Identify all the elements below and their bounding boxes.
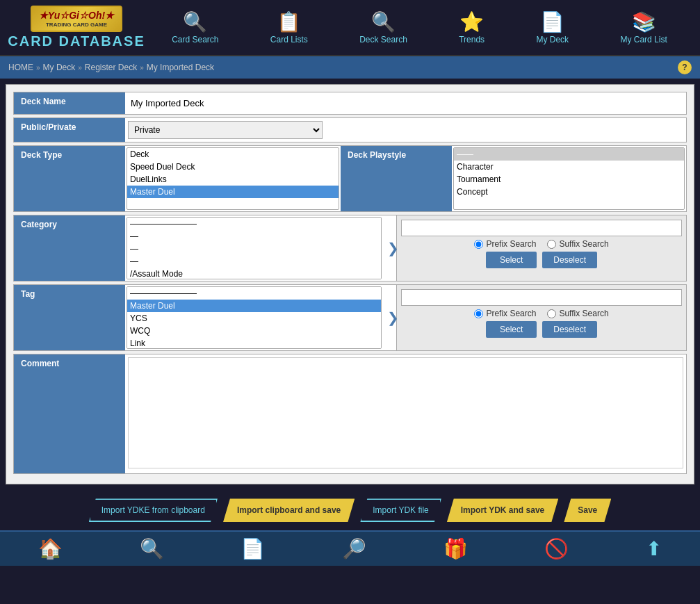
deck-playstyle-listbox[interactable]: —— Character Tournament Concept bbox=[453, 147, 685, 210]
trends-label: Trends bbox=[459, 35, 485, 44]
magnify-icon[interactable]: 🔎 bbox=[342, 537, 366, 560]
tag-btn-row: Select Deselect bbox=[401, 321, 682, 338]
tag-suffix-radio[interactable] bbox=[547, 309, 556, 318]
breadcrumb-register-deck[interactable]: Register Deck bbox=[85, 63, 137, 72]
deck-name-field bbox=[125, 92, 686, 114]
tag-suffix-label: Suffix Search bbox=[559, 309, 608, 318]
tag-search-input[interactable] bbox=[401, 289, 682, 306]
chevron-icon-2: » bbox=[78, 64, 82, 72]
nav-my-deck[interactable]: 📄 My Deck bbox=[530, 8, 574, 47]
category-search-inner: Prefix Search Suffix Search Select Desel… bbox=[401, 220, 682, 268]
category-radio-row: Prefix Search Suffix Search bbox=[401, 239, 682, 249]
category-prefix-radio[interactable] bbox=[474, 240, 483, 249]
nav-card-lists[interactable]: 📋 Card Lists bbox=[265, 8, 314, 47]
card-database-title: CARD DATABASE bbox=[7, 33, 146, 49]
deck-type-label: Deck Type bbox=[14, 146, 125, 211]
main-form: Deck Name Public/Private Private Public … bbox=[6, 84, 694, 484]
gift-icon[interactable]: 🎁 bbox=[443, 537, 468, 560]
bottom-icon-bar: 🏠 🔍 📄 🔎 🎁 🚫 ⬆ bbox=[0, 530, 700, 566]
category-search-input[interactable] bbox=[401, 220, 682, 236]
tag-listbox[interactable]: ———————— Master Duel YCS WCQ Link bbox=[127, 286, 382, 349]
nav-items: 🔍 Card Search 📋 Card Lists 🔍 Deck Search… bbox=[146, 8, 693, 47]
tag-deselect-button[interactable]: Deselect bbox=[542, 321, 597, 338]
public-private-field: Private Public bbox=[125, 118, 686, 142]
top-navigation: ★Yu☆Gi☆Oh!★ TRADING CARD GAME CARD DATAB… bbox=[0, 0, 700, 56]
tag-suffix-radio-label: Suffix Search bbox=[547, 309, 608, 318]
yugioh-logo: ★Yu☆Gi☆Oh!★ TRADING CARD GAME bbox=[31, 6, 122, 32]
deck-icon[interactable]: 📄 bbox=[241, 537, 265, 560]
deck-type-fields: Deck Speed Duel Deck DuelLinks Master Du… bbox=[125, 146, 686, 211]
my-card-list-icon: 📚 bbox=[632, 10, 656, 33]
tag-arrow-icon: ❯ bbox=[387, 309, 399, 326]
trends-icon: ⭐ bbox=[459, 10, 484, 33]
category-listbox[interactable]: ———————— — — — /Assault Mode bbox=[127, 217, 382, 279]
deck-name-row: Deck Name bbox=[13, 92, 687, 115]
import-ydk-save-button[interactable]: Import YDK and save bbox=[447, 498, 558, 522]
public-private-label: Public/Private bbox=[14, 118, 125, 142]
deck-playstyle-label: Deck Playstyle bbox=[341, 146, 452, 211]
nav-trends[interactable]: ⭐ Trends bbox=[453, 8, 490, 47]
card-search-label: Card Search bbox=[172, 35, 218, 44]
category-suffix-label: Suffix Search bbox=[559, 239, 608, 249]
tag-select-button[interactable]: Select bbox=[486, 321, 537, 338]
nav-card-search[interactable]: 🔍 Card Search bbox=[166, 8, 224, 47]
public-private-row: Public/Private Private Public bbox=[13, 117, 687, 142]
nav-deck-search[interactable]: 🔍 Deck Search bbox=[354, 8, 413, 47]
deck-type-row: Deck Type Deck Speed Duel Deck DuelLinks… bbox=[13, 145, 687, 212]
card-search-icon: 🔍 bbox=[183, 10, 207, 33]
category-prefix-label: Prefix Search bbox=[486, 239, 536, 249]
deck-playstyle-list-wrap: —— Character Tournament Concept bbox=[452, 146, 686, 211]
logo-area: ★Yu☆Gi☆Oh!★ TRADING CARD GAME CARD DATAB… bbox=[7, 6, 146, 49]
deck-name-label: Deck Name bbox=[14, 92, 125, 114]
deck-name-input[interactable] bbox=[128, 95, 683, 111]
category-suffix-radio[interactable] bbox=[547, 240, 556, 249]
tag-radio-row: Prefix Search Suffix Search bbox=[401, 309, 682, 318]
upload-icon[interactable]: ⬆ bbox=[646, 537, 662, 560]
comment-field bbox=[125, 354, 686, 473]
tag-prefix-radio-label: Prefix Search bbox=[474, 309, 536, 318]
public-private-select[interactable]: Private Public bbox=[128, 121, 323, 139]
save-button[interactable]: Save bbox=[564, 498, 611, 522]
my-deck-label: My Deck bbox=[536, 35, 569, 44]
bottom-buttons-bar: Import YDKE from clipboard Import clipbo… bbox=[0, 490, 700, 530]
breadcrumb-my-deck[interactable]: My Deck bbox=[43, 63, 76, 72]
category-prefix-radio-label: Prefix Search bbox=[474, 239, 536, 249]
chevron-icon: » bbox=[36, 64, 40, 72]
tag-search-panel: Prefix Search Suffix Search Select Desel… bbox=[396, 285, 686, 350]
chevron-icon-3: » bbox=[140, 64, 144, 72]
category-suffix-radio-label: Suffix Search bbox=[547, 239, 608, 249]
tag-prefix-radio[interactable] bbox=[474, 309, 483, 318]
tag-prefix-label: Prefix Search bbox=[486, 309, 536, 318]
search-icon[interactable]: 🔍 bbox=[140, 537, 164, 560]
category-label: Category bbox=[14, 215, 125, 281]
category-deselect-button[interactable]: Deselect bbox=[542, 252, 597, 268]
import-ydk-file-button[interactable]: Import YDK file bbox=[360, 498, 441, 522]
breadcrumb-home[interactable]: HOME bbox=[8, 63, 33, 72]
category-search-panel: Prefix Search Suffix Search Select Desel… bbox=[396, 215, 686, 281]
home-icon[interactable]: 🏠 bbox=[38, 537, 63, 560]
comment-textarea[interactable] bbox=[128, 357, 683, 468]
category-select-button[interactable]: Select bbox=[486, 252, 537, 268]
tag-search-inner: Prefix Search Suffix Search Select Desel… bbox=[401, 289, 682, 338]
tag-list-wrap: ———————— Master Duel YCS WCQ Link ❯ bbox=[125, 285, 396, 350]
category-arrow-icon: ❯ bbox=[387, 240, 399, 256]
card-lists-icon: 📋 bbox=[277, 10, 301, 33]
import-ydke-button[interactable]: Import YDKE from clipboard bbox=[89, 498, 218, 522]
tag-row: Tag ———————— Master Duel YCS WCQ Link ❯ … bbox=[13, 284, 687, 351]
deck-search-icon: 🔍 bbox=[371, 10, 396, 33]
comment-label: Comment bbox=[14, 354, 125, 473]
help-button[interactable]: ? bbox=[678, 60, 692, 74]
import-clipboard-save-button[interactable]: Import clipboard and save bbox=[223, 498, 355, 522]
category-btn-row: Select Deselect bbox=[401, 252, 682, 268]
my-card-list-label: My Card List bbox=[620, 35, 667, 44]
comment-row: Comment bbox=[13, 354, 687, 474]
deck-type-listbox[interactable]: Deck Speed Duel Deck DuelLinks Master Du… bbox=[127, 147, 339, 210]
breadcrumb-current: My Imported Deck bbox=[147, 63, 214, 72]
category-list-wrap: ———————— — — — /Assault Mode ❯ bbox=[125, 215, 396, 281]
nav-my-card-list[interactable]: 📚 My Card List bbox=[614, 8, 672, 47]
deck-search-label: Deck Search bbox=[359, 35, 407, 44]
forbidden-icon[interactable]: 🚫 bbox=[544, 537, 569, 560]
category-row: Category ———————— — — — /Assault Mode ❯ … bbox=[13, 215, 687, 281]
deck-type-list-wrap: Deck Speed Duel Deck DuelLinks Master Du… bbox=[125, 146, 341, 211]
breadcrumb: HOME » My Deck » Register Deck » My Impo… bbox=[0, 56, 700, 79]
